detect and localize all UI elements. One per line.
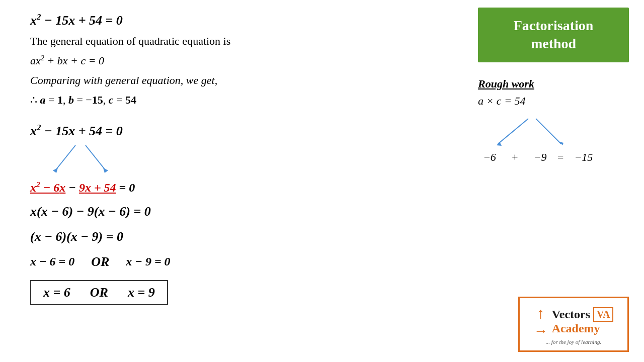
right-arrow-icon: →: [534, 323, 548, 339]
general-desc: The general equation of quadratic equati…: [30, 32, 443, 50]
factorisation-box: Factorisation method: [478, 8, 629, 62]
logo-va-symbol: VA: [593, 307, 613, 322]
up-arrow-icon: ↑: [537, 304, 545, 323]
split-arrows: [40, 143, 141, 178]
equation-title: x2 − 15x + 54 = 0: [30, 10, 443, 31]
comparing-text: Comparing with general equation, we get,: [30, 71, 443, 89]
factorisation-title-line1: Factorisation: [514, 18, 594, 33]
rough-work-title: Rough work: [478, 77, 629, 90]
step-equation-3: x(x − 6) − 9(x − 6) = 0: [30, 201, 443, 222]
step-equation-2: x2 − 6x − 9x + 54 = 0: [30, 178, 443, 197]
rough-work-section: Rough work a × c = 54 −6 + −9 = −15: [478, 77, 629, 164]
step-equation-1: x2 − 15x + 54 = 0: [30, 121, 443, 142]
step-equation-4: (x − 6)(x − 9) = 0: [30, 226, 443, 247]
vectors-academy-logo: ↑ → Vectors VA Academy ... for the joy o…: [518, 297, 629, 352]
svg-marker-1: [53, 168, 58, 173]
main-content: x2 − 15x + 54 = 0 The general equation o…: [30, 10, 443, 305]
svg-line-0: [55, 145, 75, 170]
logo-text-block: Vectors VA Academy: [552, 307, 614, 335]
tree-diagram: −6 + −9 = −15: [478, 114, 619, 164]
result-box: x = 6 OR x = 9: [30, 280, 168, 305]
rough-n2: −9: [534, 151, 547, 164]
rough-equals: =: [557, 151, 565, 164]
right-panel: Factorisation method Rough work a × c = …: [478, 8, 629, 164]
general-equation: ax2 + bx + c = 0: [30, 52, 443, 69]
rough-work-product: a × c = 54: [478, 95, 629, 108]
logo-inner: ↑ → Vectors VA Academy: [534, 304, 614, 339]
svg-marker-5: [497, 142, 502, 146]
svg-marker-3: [103, 168, 108, 173]
svg-line-2: [86, 145, 106, 170]
logo-academy-text: Academy: [552, 322, 600, 335]
svg-line-4: [498, 119, 528, 144]
logo-vectors-text: Vectors: [552, 308, 590, 321]
svg-line-6: [536, 119, 561, 144]
factorisation-title-line2: method: [531, 36, 576, 51]
step-equation-5: x − 6 = 0 OR x − 9 = 0: [30, 251, 443, 273]
rough-plus: +: [511, 151, 519, 164]
values-line: ∴ a = 1, b = −15, c = 54: [30, 91, 443, 109]
rough-n1: −6: [483, 151, 496, 164]
rough-sum: −15: [574, 151, 593, 164]
logo-subtitle: ... for the joy of learning.: [546, 339, 601, 345]
